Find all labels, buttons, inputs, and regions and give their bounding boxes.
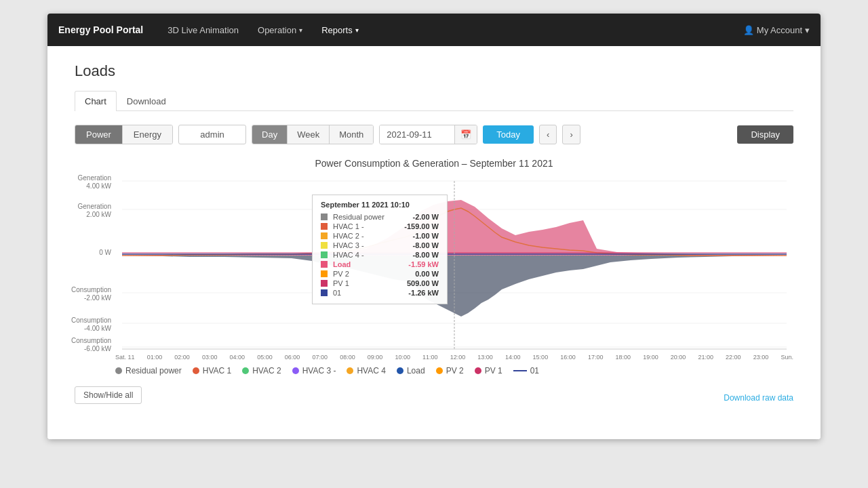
date-picker-wrap: 📅 — [379, 125, 477, 144]
chevron-down-icon: ▾ — [805, 25, 810, 35]
prev-button[interactable]: ‹ — [539, 125, 557, 144]
tooltip-label-pv2: PV 2 — [333, 270, 386, 278]
legend-dot-residual — [115, 367, 122, 374]
y-label-gen4: Generation4.00 kW — [78, 174, 111, 190]
tooltip-row-pv2: PV 2 0.00 W — [321, 270, 439, 278]
navbar: Energy Pool Portal 3D Live Animation Ope… — [47, 14, 821, 46]
calendar-icon[interactable]: 📅 — [454, 125, 477, 144]
tooltip-row-residual: Residual power -2.00 W — [321, 213, 439, 221]
tooltip-value-01: -1.26 kW — [391, 289, 439, 297]
tooltip-color-load — [321, 261, 328, 268]
tab-chart[interactable]: Chart — [75, 91, 117, 111]
tooltip-color-residual — [321, 214, 328, 220]
tooltip-color-hvac4 — [321, 251, 328, 258]
tooltip-row-01: 01 -1.26 kW — [321, 289, 439, 297]
chart-tooltip: September 11 2021 10:10 Residual power -… — [312, 195, 448, 304]
tooltip-label-hvac1: HVAC 1 - — [333, 222, 386, 230]
tooltip-row-hvac1: HVAC 1 - -159.00 W — [321, 222, 439, 230]
show-hide-all-button[interactable]: Show/Hide all — [75, 386, 142, 404]
y-label-gen2: Generation2.00 kW — [78, 203, 111, 219]
legend-pv2: PV 2 — [436, 366, 464, 375]
download-raw-link[interactable]: Download raw data — [724, 393, 793, 403]
tooltip-row-load: Load -1.59 kW — [321, 260, 439, 268]
tooltip-row-hvac4: HVAC 4 - -8.00 W — [321, 251, 439, 259]
tab-bar: Chart Download — [75, 91, 793, 111]
legend-dot-load — [397, 367, 403, 374]
period-day[interactable]: Day — [252, 125, 288, 144]
tooltip-label-hvac3: HVAC 3 - — [333, 241, 386, 249]
account-menu[interactable]: 👤 My Account ▾ — [743, 25, 810, 35]
power-energy-toggle: Power Energy — [75, 125, 173, 144]
period-month[interactable]: Month — [330, 125, 373, 144]
legend-dot-hvac3 — [292, 367, 299, 374]
legend-dot-hvac1 — [193, 367, 199, 374]
legend-line-01 — [513, 370, 527, 371]
tooltip-row-hvac3: HVAC 3 - -8.00 W — [321, 241, 439, 249]
y-label-con2: Consumption-2.00 kW — [71, 286, 111, 302]
date-input[interactable] — [380, 125, 454, 144]
tab-download[interactable]: Download — [117, 91, 176, 111]
bottom-bar: Show/Hide all Download raw data — [75, 386, 793, 404]
display-button[interactable]: Display — [737, 125, 793, 144]
legend-dot-pv2 — [436, 367, 443, 374]
nav-operation[interactable]: Operation ▾ — [250, 20, 311, 41]
legend-dot-hvac4 — [347, 367, 353, 374]
power-button[interactable]: Power — [75, 125, 123, 144]
user-icon: 👤 — [743, 25, 754, 35]
tooltip-color-pv1 — [321, 280, 328, 287]
legend-dot-hvac2 — [242, 367, 249, 374]
today-button[interactable]: Today — [483, 125, 534, 144]
x-axis-labels: Sat. 1101:0002:0003:0004:00 05:0006:0007… — [115, 354, 793, 361]
energy-button[interactable]: Energy — [123, 125, 172, 144]
chart-container: Power Consumption & Generation – Septemb… — [75, 158, 793, 375]
chevron-down-icon: ▾ — [299, 26, 302, 34]
legend-hvac2: HVAC 2 — [242, 366, 281, 375]
tooltip-value-pv2: 0.00 W — [391, 270, 439, 278]
legend-dot-pv1 — [475, 367, 481, 374]
y-label-zero: 0 W — [99, 249, 111, 256]
page-content: Loads Chart Download Power Energy Day We… — [47, 46, 821, 439]
tooltip-row-pv1: PV 1 509.00 W — [321, 279, 439, 287]
tooltip-value-pv1: 509.00 W — [391, 279, 439, 287]
tooltip-value-residual: -2.00 W — [391, 213, 439, 221]
tooltip-label-pv1: PV 1 — [333, 279, 386, 287]
tooltip-color-hvac3 — [321, 242, 328, 249]
y-label-con4: Consumption-4.00 kW — [71, 317, 111, 333]
period-toggle: Day Week Month — [252, 125, 374, 144]
y-label-con6: Consumption-6.00 kW — [71, 337, 111, 353]
legend-pv1: PV 1 — [475, 366, 502, 375]
chart-title: Power Consumption & Generation – Septemb… — [75, 158, 793, 169]
tooltip-color-pv2 — [321, 270, 328, 277]
legend-hvac3: HVAC 3 - — [292, 366, 336, 375]
legend-hvac1: HVAC 1 — [193, 366, 231, 375]
legend-hvac4: HVAC 4 — [347, 366, 385, 375]
tooltip-row-hvac2: HVAC 2 - -1.00 W — [321, 232, 439, 240]
tooltip-value-hvac2: -1.00 W — [391, 232, 439, 240]
admin-input[interactable] — [178, 125, 246, 144]
tooltip-title: September 11 2021 10:10 — [321, 201, 439, 209]
next-button[interactable]: › — [562, 125, 580, 144]
nav-items: 3D Live Animation Operation ▾ Reports ▾ — [159, 20, 743, 41]
tooltip-label-01: 01 — [333, 289, 386, 297]
nav-3d-animation[interactable]: 3D Live Animation — [159, 20, 247, 41]
period-week[interactable]: Week — [288, 125, 330, 144]
tooltip-label-residual: Residual power — [333, 213, 386, 221]
tooltip-value-hvac3: -8.00 W — [391, 241, 439, 249]
tooltip-value-hvac4: -8.00 W — [391, 251, 439, 259]
legend-01: 01 — [513, 366, 539, 375]
legend-load: Load — [397, 366, 425, 375]
chart-legend: Residual power HVAC 1 HVAC 2 HVAC 3 - HV… — [75, 366, 793, 375]
chart-svg — [115, 174, 793, 350]
tooltip-value-load: -1.59 kW — [391, 260, 439, 268]
nav-reports[interactable]: Reports ▾ — [313, 20, 367, 41]
tooltip-value-hvac1: -159.00 W — [391, 222, 439, 230]
tooltip-color-hvac2 — [321, 232, 328, 239]
page-title: Loads — [75, 62, 793, 80]
brand[interactable]: Energy Pool Portal — [58, 24, 143, 35]
tooltip-color-hvac1 — [321, 223, 328, 230]
chevron-down-icon: ▾ — [355, 26, 359, 34]
legend-residual-power: Residual power — [115, 366, 182, 375]
tooltip-label-load: Load — [333, 260, 386, 268]
tooltip-label-hvac2: HVAC 2 - — [333, 232, 386, 240]
controls-bar: Power Energy Day Week Month 📅 Today ‹ › … — [75, 125, 793, 144]
